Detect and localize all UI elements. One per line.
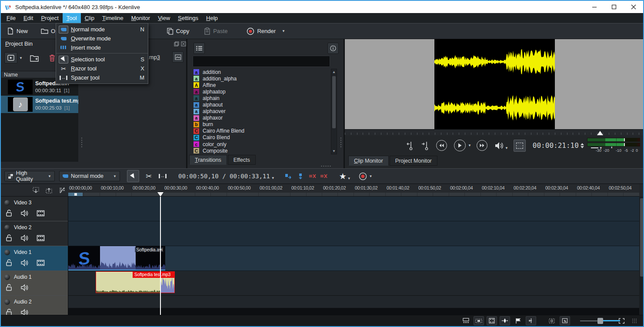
transition-item[interactable]: c color_only	[194, 141, 329, 147]
float-dock-icon[interactable]	[174, 41, 179, 47]
transitions-scrollbar[interactable]: ▲ ▼	[331, 69, 337, 154]
transition-item[interactable]: a alphaxor	[194, 115, 329, 121]
timecode-dropdown-arrow[interactable]: ▼	[271, 176, 275, 180]
monitor-video-area[interactable]	[434, 39, 555, 129]
create-folder-button[interactable]	[28, 52, 41, 63]
zone-end-icon[interactable]	[420, 141, 429, 150]
media-view-button[interactable]	[172, 51, 184, 63]
track-compositing-icon[interactable]	[460, 316, 471, 325]
snap-button[interactable]	[526, 316, 536, 325]
menubar-item[interactable]: File	[3, 13, 20, 23]
volume-dropdown-arrow[interactable]: ▼	[505, 146, 508, 150]
insert-zone-in-track-icon[interactable]	[284, 173, 292, 180]
new-button[interactable]: New	[3, 25, 31, 38]
menubar-item[interactable]: Tool	[63, 13, 81, 23]
timeline-timecode[interactable]: 00:00:50,10 / 00:00:33,11	[178, 173, 270, 180]
timeline-playhead[interactable]	[160, 197, 161, 315]
mute-track-icon[interactable]	[20, 308, 29, 315]
track-target-indicator[interactable]	[4, 274, 10, 280]
monitor-tab[interactable]: Project Monitor	[390, 156, 437, 166]
tool-menu-item[interactable]: ↔ Spacer tool M	[56, 73, 148, 82]
resize-grip[interactable]	[632, 318, 637, 324]
spacer-tool-button[interactable]: ↔	[157, 170, 169, 182]
lift-track-zone-icon[interactable]	[45, 187, 53, 194]
hide-track-icon[interactable]	[37, 234, 45, 242]
timeline-scrollbar[interactable]	[639, 197, 644, 315]
zone-mode-button[interactable]	[514, 140, 526, 152]
monitor-seek-bar[interactable]	[345, 129, 643, 135]
rewind-button[interactable]	[436, 140, 447, 151]
zoom-slider[interactable]	[580, 320, 620, 322]
maximize-button[interactable]	[604, 1, 624, 13]
monitor-playhead-marker[interactable]	[597, 131, 603, 135]
panel-splitter-handle[interactable]	[340, 137, 342, 148]
bin-clip-row[interactable]: ♪ Softpedia test.mp 00:00:25:03[1]	[1, 96, 78, 113]
scroll-down-icon[interactable]: ▼	[331, 148, 337, 154]
lock-track-icon[interactable]	[5, 209, 13, 217]
track-lane[interactable]	[68, 197, 639, 221]
track-target-indicator[interactable]	[4, 200, 10, 206]
extract-zone-icon[interactable]	[297, 173, 304, 180]
audio-clip-selected[interactable]: Softpedia test.mp3	[96, 271, 175, 293]
track-lane[interactable]	[68, 221, 639, 246]
play-button[interactable]	[454, 140, 466, 151]
forward-button[interactable]	[477, 140, 487, 151]
track-lane[interactable]	[68, 296, 639, 308]
panel-tab[interactable]: Transitions	[189, 155, 227, 165]
tool-menu-item[interactable]: Overwrite mode	[56, 34, 148, 43]
edit-mode-combo[interactable]: Normal mode ▼	[59, 171, 120, 181]
track-header[interactable]: Audio 1	[1, 271, 68, 296]
info-button[interactable]	[327, 43, 339, 54]
track-target-indicator[interactable]	[4, 250, 10, 255]
timeline-ruler[interactable]: 00:00:00,0000:00:10,0000:00:20,0000:00:3…	[68, 184, 639, 197]
transition-item[interactable]: a alphain	[194, 95, 329, 101]
copy-button[interactable]: Copy	[163, 25, 193, 38]
transition-item[interactable]: C Composite	[194, 147, 329, 154]
tool-menu-item[interactable]: Insert mode	[56, 43, 148, 53]
close-button[interactable]	[624, 1, 643, 13]
monitor-timecode[interactable]: 00:00:21:10	[533, 141, 579, 150]
menubar-item[interactable]: Timeline	[98, 13, 127, 23]
menubar-item[interactable]: Settings	[174, 13, 202, 23]
tool-menu-item[interactable]: Normal mode N	[56, 25, 148, 34]
insert-track-zone-icon[interactable]	[32, 187, 40, 194]
track-header[interactable]: Video 2	[1, 221, 68, 246]
timeline-record-icon[interactable]	[359, 172, 367, 180]
timeline-playhead-marker[interactable]	[157, 192, 164, 197]
extract-frame-icon[interactable]	[320, 173, 328, 179]
menubar-item[interactable]: View	[154, 13, 174, 23]
transition-item[interactable]: C Cairo Affine Blend	[194, 128, 329, 134]
transitions-search-input[interactable]	[193, 56, 330, 67]
show-video-thumbnails-button[interactable]	[474, 316, 484, 325]
mixed-audio-video-icon[interactable]	[58, 187, 66, 194]
zoom-out-button[interactable]	[560, 316, 570, 325]
track-target-indicator[interactable]	[4, 225, 10, 230]
fit-zoom-button[interactable]	[547, 316, 557, 325]
delete-zone-icon[interactable]	[309, 173, 317, 179]
volume-icon[interactable]	[494, 141, 504, 150]
play-dropdown-arrow[interactable]: ▼	[468, 143, 471, 147]
selection-tool-button[interactable]	[127, 170, 139, 182]
minimize-button[interactable]	[584, 1, 604, 13]
add-clip-button[interactable]	[4, 52, 17, 63]
track-header[interactable]: Video 1	[1, 246, 68, 271]
timecode-spinner[interactable]	[581, 143, 584, 148]
mute-track-icon[interactable]	[20, 259, 29, 267]
bin-search-text[interactable]: .mp3	[147, 54, 160, 60]
transition-item[interactable]: A Affine	[194, 82, 329, 88]
transition-item[interactable]: a alphaatop	[194, 88, 329, 95]
render-button[interactable]: Render ▼	[243, 25, 289, 38]
render-dropdown-arrow[interactable]: ▼	[282, 29, 285, 33]
timeline-zone[interactable]	[68, 193, 83, 196]
show-audio-thumbnails-button[interactable]	[487, 316, 497, 325]
lock-track-icon[interactable]	[5, 284, 13, 291]
close-dock-icon[interactable]	[181, 41, 186, 47]
transition-item[interactable]: a addition	[194, 69, 329, 75]
mute-track-icon[interactable]	[20, 284, 29, 291]
tool-menu-item[interactable]: Selection tool S	[56, 55, 148, 64]
bin-splitter-handle[interactable]	[81, 137, 83, 148]
scroll-up-icon[interactable]: ▲	[331, 69, 337, 75]
transition-item[interactable]: a alphaout	[194, 101, 329, 108]
flag-icon[interactable]	[513, 316, 523, 325]
zone-start-icon[interactable]	[406, 141, 414, 150]
